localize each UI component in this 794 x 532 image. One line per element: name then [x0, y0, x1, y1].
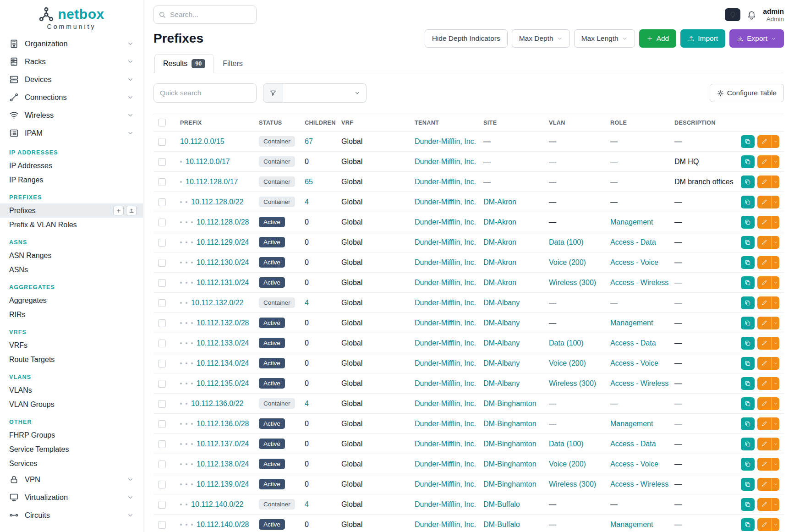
- site-link[interactable]: DM-Akron: [483, 218, 516, 226]
- tenant-link[interactable]: Dunder-Mifflin, Inc.: [415, 460, 476, 468]
- site-link[interactable]: DM-Akron: [483, 279, 516, 286]
- row-checkbox[interactable]: [158, 259, 166, 267]
- row-checkbox[interactable]: [158, 400, 166, 408]
- sidebar-item-circuits[interactable]: Circuits: [0, 506, 143, 524]
- edit-button[interactable]: [757, 196, 771, 208]
- sidebar-item-racks[interactable]: Racks: [0, 53, 143, 71]
- tenant-link[interactable]: Dunder-Mifflin, Inc.: [415, 299, 476, 307]
- edit-dropdown-button[interactable]: [771, 357, 779, 370]
- prefix-link[interactable]: 10.112.130.0/24: [197, 258, 249, 266]
- sidebar-item-vpn[interactable]: VPN: [0, 471, 143, 488]
- edit-dropdown-button[interactable]: [771, 498, 779, 511]
- edit-dropdown-button[interactable]: [771, 176, 779, 188]
- edit-dropdown-button[interactable]: [771, 155, 779, 168]
- site-link[interactable]: DM-Binghamton: [483, 440, 537, 448]
- edit-button[interactable]: [757, 155, 771, 168]
- edit-button[interactable]: [757, 518, 771, 531]
- children-link[interactable]: 65: [305, 178, 313, 186]
- site-link[interactable]: DM-Binghamton: [483, 480, 537, 488]
- prefixes-import-button[interactable]: [126, 206, 137, 215]
- add-button[interactable]: Add: [639, 29, 677, 48]
- edit-dropdown-button[interactable]: [771, 518, 779, 531]
- site-link[interactable]: DM-Albany: [483, 319, 520, 327]
- prefix-link[interactable]: 10.112.137.0/24: [197, 440, 249, 448]
- prefix-link[interactable]: 10.112.128.0/28: [197, 218, 249, 226]
- row-checkbox[interactable]: [158, 178, 166, 186]
- edit-dropdown-button[interactable]: [771, 276, 779, 289]
- edit-button[interactable]: [757, 417, 771, 430]
- clone-button[interactable]: [741, 397, 755, 410]
- role-link[interactable]: Access - Data: [610, 238, 656, 246]
- role-link[interactable]: Access - Wireless: [610, 279, 668, 286]
- children-link[interactable]: 4: [305, 198, 309, 206]
- prefix-link[interactable]: 10.112.129.0/24: [197, 238, 249, 246]
- sidebar-item-rirs[interactable]: RIRs: [0, 307, 143, 322]
- site-link[interactable]: DM-Albany: [483, 339, 520, 347]
- edit-button[interactable]: [757, 377, 771, 390]
- sidebar-item-service-templates[interactable]: Service Templates: [0, 442, 143, 456]
- notifications-button[interactable]: [747, 10, 756, 20]
- edit-button[interactable]: [757, 458, 771, 471]
- row-checkbox[interactable]: [158, 198, 166, 206]
- edit-button[interactable]: [757, 438, 771, 450]
- row-checkbox[interactable]: [158, 158, 166, 166]
- row-checkbox[interactable]: [158, 420, 166, 428]
- role-link[interactable]: Management: [610, 319, 653, 327]
- role-link[interactable]: Access - Data: [610, 440, 656, 448]
- edit-button[interactable]: [757, 478, 771, 491]
- role-link[interactable]: Access - Voice: [610, 460, 658, 468]
- row-checkbox[interactable]: [158, 279, 166, 287]
- tenant-link[interactable]: Dunder-Mifflin, Inc.: [415, 178, 476, 186]
- prefix-link[interactable]: 10.112.0.0/17: [186, 158, 230, 165]
- sidebar-item-ipam[interactable]: IPAM: [0, 124, 143, 142]
- prefix-link[interactable]: 10.112.140.0/28: [197, 521, 249, 528]
- tenant-link[interactable]: Dunder-Mifflin, Inc.: [415, 379, 476, 387]
- sidebar-item-ip-addresses[interactable]: IP Addresses: [0, 159, 143, 173]
- children-link[interactable]: 4: [305, 299, 309, 307]
- prefix-link[interactable]: 10.112.0.0/15: [180, 137, 225, 145]
- global-search-input[interactable]: [153, 5, 257, 24]
- tenant-link[interactable]: Dunder-Mifflin, Inc.: [415, 521, 476, 528]
- clone-button[interactable]: [741, 276, 755, 289]
- row-checkbox[interactable]: [158, 360, 166, 367]
- quick-search-input[interactable]: [153, 83, 257, 103]
- sidebar-item-ip-ranges[interactable]: IP Ranges: [0, 173, 143, 187]
- site-link[interactable]: DM-Binghamton: [483, 420, 537, 428]
- sidebar-item-connections[interactable]: Connections: [0, 88, 143, 106]
- prefix-link[interactable]: 10.112.133.0/24: [197, 339, 249, 347]
- tenant-link[interactable]: Dunder-Mifflin, Inc.: [415, 258, 476, 266]
- clone-button[interactable]: [741, 296, 755, 309]
- prefix-link[interactable]: 10.112.138.0/24: [197, 460, 249, 468]
- saved-filter-select[interactable]: [283, 83, 367, 103]
- edit-button[interactable]: [757, 176, 771, 188]
- clone-button[interactable]: [741, 498, 755, 511]
- sidebar-item-fhrp-groups[interactable]: FHRP Groups: [0, 428, 143, 442]
- edit-dropdown-button[interactable]: [771, 417, 779, 430]
- edit-button[interactable]: [757, 357, 771, 370]
- tenant-link[interactable]: Dunder-Mifflin, Inc.: [415, 137, 476, 145]
- prefix-link[interactable]: 10.112.139.0/24: [197, 480, 249, 488]
- sidebar-item-organization[interactable]: Organization: [0, 35, 143, 53]
- site-link[interactable]: DM-Buffalo: [483, 500, 520, 508]
- clone-button[interactable]: [741, 377, 755, 390]
- prefix-link[interactable]: 10.112.135.0/24: [197, 379, 249, 387]
- row-checkbox[interactable]: [158, 461, 166, 468]
- site-link[interactable]: DM-Akron: [483, 258, 516, 266]
- site-link[interactable]: DM-Akron: [483, 198, 516, 206]
- clone-button[interactable]: [741, 155, 755, 168]
- prefix-link[interactable]: 10.112.134.0/24: [197, 359, 249, 367]
- max-length-dropdown[interactable]: Max Length: [574, 29, 635, 48]
- clone-button[interactable]: [741, 438, 755, 450]
- edit-button[interactable]: [757, 397, 771, 410]
- tab-results[interactable]: Results 90: [154, 54, 214, 73]
- tenant-link[interactable]: Dunder-Mifflin, Inc.: [415, 218, 476, 226]
- select-all-checkbox[interactable]: [158, 119, 166, 126]
- sidebar-item-vlan-groups[interactable]: VLAN Groups: [0, 397, 143, 411]
- vlan-link[interactable]: Data (100): [549, 339, 584, 347]
- prefix-link[interactable]: 10.112.131.0/24: [197, 279, 249, 286]
- export-dropdown[interactable]: Export: [729, 29, 784, 48]
- edit-button[interactable]: [757, 135, 771, 148]
- tenant-link[interactable]: Dunder-Mifflin, Inc.: [415, 480, 476, 488]
- vlan-link[interactable]: Voice (200): [549, 460, 586, 468]
- row-checkbox[interactable]: [158, 380, 166, 388]
